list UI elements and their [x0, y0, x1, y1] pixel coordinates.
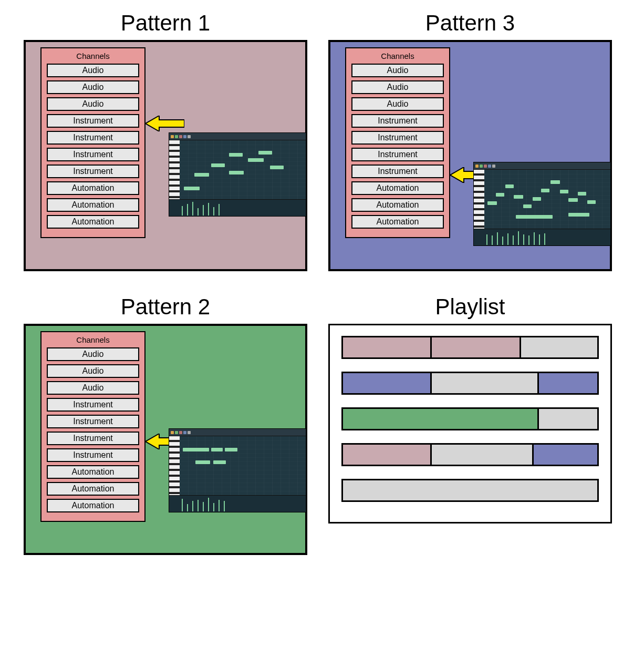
channel-audio[interactable]: Audio — [47, 381, 139, 395]
channel-audio[interactable]: Audio — [47, 347, 139, 361]
midi-note[interactable] — [183, 448, 198, 451]
midi-note[interactable] — [568, 213, 589, 217]
velocity-bar[interactable] — [219, 204, 220, 215]
piano-roll[interactable] — [169, 428, 306, 512]
velocity-bar[interactable] — [502, 237, 503, 245]
midi-note[interactable] — [184, 187, 200, 190]
velocity-bar[interactable] — [486, 234, 487, 245]
clip-segment[interactable] — [343, 445, 432, 465]
playlist-track[interactable] — [341, 443, 599, 466]
velocity-bar[interactable] — [523, 234, 524, 245]
velocity-bar[interactable] — [182, 206, 183, 215]
velocity-bar[interactable] — [198, 500, 199, 511]
channel-automation[interactable]: Automation — [351, 181, 444, 195]
velocity-bar[interactable] — [198, 208, 199, 215]
midi-note[interactable] — [550, 180, 560, 184]
midi-note[interactable] — [487, 201, 497, 205]
playlist-track[interactable] — [341, 479, 599, 502]
velocity-bar[interactable] — [528, 235, 529, 245]
playlist-track[interactable] — [341, 372, 599, 395]
clip-segment[interactable] — [432, 373, 538, 393]
clip-segment[interactable] — [343, 337, 432, 357]
velocity-bar[interactable] — [544, 233, 545, 245]
velocity-bar[interactable] — [497, 232, 498, 245]
clip-segment[interactable] — [534, 445, 597, 465]
channel-automation[interactable]: Automation — [351, 198, 444, 212]
midi-note[interactable] — [516, 215, 553, 219]
midi-note[interactable] — [587, 200, 596, 204]
channel-audio[interactable]: Audio — [47, 364, 139, 378]
velocity-bar[interactable] — [513, 235, 514, 245]
midi-note[interactable] — [568, 198, 578, 202]
midi-note[interactable] — [196, 448, 209, 451]
velocity-bar[interactable] — [534, 232, 535, 245]
midi-note[interactable] — [514, 195, 523, 199]
velocity-lane[interactable] — [474, 229, 610, 246]
channel-audio[interactable]: Audio — [47, 80, 139, 94]
midi-note[interactable] — [541, 189, 549, 192]
channel-automation[interactable]: Automation — [47, 215, 139, 229]
channel-audio[interactable]: Audio — [351, 80, 444, 94]
midi-note[interactable] — [496, 193, 504, 197]
channel-instrument[interactable]: Instrument — [47, 432, 139, 445]
channel-audio[interactable]: Audio — [47, 97, 139, 111]
piano-roll[interactable] — [473, 162, 611, 246]
channel-instrument[interactable]: Instrument — [351, 148, 444, 161]
velocity-bar[interactable] — [187, 504, 188, 511]
channel-instrument[interactable]: Instrument — [47, 148, 139, 161]
piano-roll[interactable] — [169, 132, 306, 217]
midi-note[interactable] — [194, 173, 209, 177]
velocity-bar[interactable] — [208, 498, 209, 511]
clip-segment[interactable] — [343, 480, 597, 500]
midi-note[interactable] — [213, 460, 226, 464]
midi-note[interactable] — [270, 166, 284, 169]
channel-automation[interactable]: Automation — [47, 499, 139, 512]
midi-note[interactable] — [248, 158, 264, 162]
velocity-bar[interactable] — [224, 501, 225, 511]
velocity-bar[interactable] — [203, 502, 204, 511]
velocity-bar[interactable] — [192, 202, 193, 215]
velocity-bar[interactable] — [539, 234, 540, 245]
channel-automation[interactable]: Automation — [47, 198, 139, 212]
velocity-bar[interactable] — [492, 235, 493, 245]
piano-roll-grid[interactable] — [180, 140, 306, 199]
velocity-bar[interactable] — [192, 501, 193, 511]
clip-segment[interactable] — [343, 409, 539, 429]
clip-segment[interactable] — [521, 337, 597, 357]
velocity-lane[interactable] — [169, 199, 306, 217]
velocity-bar[interactable] — [187, 204, 188, 215]
midi-note[interactable] — [505, 184, 514, 188]
velocity-bar[interactable] — [208, 203, 209, 215]
velocity-bar[interactable] — [518, 231, 519, 245]
channel-instrument[interactable]: Instrument — [47, 165, 139, 178]
midi-note[interactable] — [258, 151, 272, 155]
channel-automation[interactable]: Automation — [47, 465, 139, 479]
midi-note[interactable] — [225, 448, 237, 451]
clip-segment[interactable] — [539, 409, 597, 429]
velocity-bar[interactable] — [219, 500, 220, 511]
channel-audio[interactable]: Audio — [351, 97, 444, 111]
midi-note[interactable] — [195, 460, 210, 464]
playlist-track[interactable] — [341, 407, 599, 430]
velocity-bar[interactable] — [203, 205, 204, 215]
channel-automation[interactable]: Automation — [47, 482, 139, 496]
channel-instrument[interactable]: Instrument — [351, 165, 444, 178]
midi-note[interactable] — [533, 197, 541, 201]
velocity-bar[interactable] — [182, 499, 183, 511]
channel-instrument[interactable]: Instrument — [47, 114, 139, 128]
midi-note[interactable] — [211, 448, 223, 451]
channel-instrument[interactable]: Instrument — [47, 415, 139, 428]
channel-audio[interactable]: Audio — [351, 64, 444, 77]
velocity-bar[interactable] — [507, 233, 508, 245]
channel-instrument[interactable]: Instrument — [47, 448, 139, 462]
velocity-bar[interactable] — [213, 207, 214, 215]
clip-segment[interactable] — [343, 373, 432, 393]
piano-roll-grid[interactable] — [484, 170, 610, 229]
clip-segment[interactable] — [432, 445, 534, 465]
piano-roll-grid[interactable] — [180, 436, 306, 495]
clip-segment[interactable] — [539, 373, 597, 393]
midi-note[interactable] — [211, 163, 225, 167]
velocity-bar[interactable] — [213, 503, 214, 511]
channel-instrument[interactable]: Instrument — [351, 114, 444, 128]
channel-instrument[interactable]: Instrument — [47, 131, 139, 145]
